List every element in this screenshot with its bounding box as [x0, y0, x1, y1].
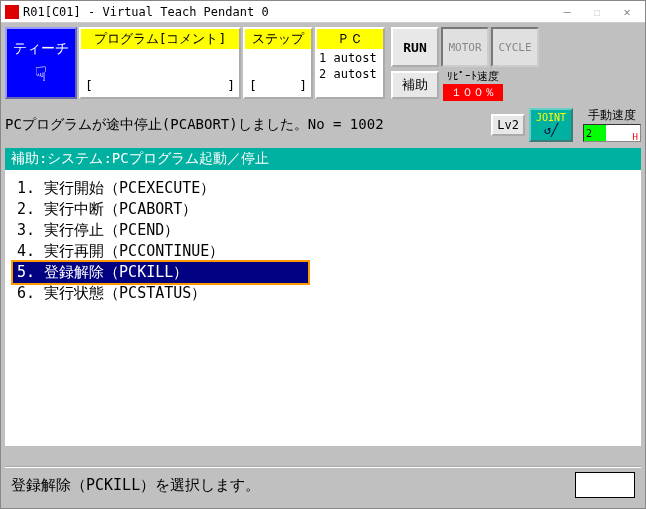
status-input[interactable] — [575, 472, 635, 498]
pc-body: 1 autost 2 autost — [317, 49, 383, 97]
repeat-value: １００％ — [443, 84, 503, 101]
manual-speed: 手動速度 2 H — [583, 107, 641, 142]
maximize-button: ☐ — [583, 3, 611, 21]
minimize-button[interactable]: — — [553, 3, 581, 21]
top-toolbar: ティーチ ☟ プログラム[コメント] [ ] ステップ [ ] — [1, 23, 645, 105]
hand-icon: ☟ — [35, 62, 47, 86]
menu-header: 補助:システム:PCプログラム起動／停止 — [5, 148, 641, 170]
pc-line-2: 2 autost — [319, 67, 381, 81]
manual-speed-bar[interactable]: 2 H — [583, 124, 641, 142]
step-body: [ ] — [245, 49, 311, 97]
app-icon — [5, 5, 19, 19]
step-panel: ステップ [ ] — [243, 27, 313, 99]
aux-button[interactable]: 補助 — [391, 71, 439, 99]
menu-item-3[interactable]: 3. 実行停止（PCEND） — [13, 220, 633, 241]
manual-label: 手動速度 — [583, 107, 641, 124]
titlebar: R01[C01] - Virtual Teach Pendant 0 — ☐ ✕ — [1, 1, 645, 23]
motor-button[interactable]: MOTOR — [441, 27, 489, 67]
status-text: 登録解除（PCKILL）を選択します。 — [11, 476, 260, 495]
menu-item-1[interactable]: 1. 実行開始（PCEXECUTE） — [13, 178, 633, 199]
teach-button[interactable]: ティーチ ☟ — [5, 27, 77, 99]
level-button[interactable]: Lv2 — [491, 114, 525, 136]
menu-item-4[interactable]: 4. 実行再開（PCCONTINUE） — [13, 241, 633, 262]
repeat-label: ﾘﾋﾟｰﾄ速度 — [443, 69, 503, 84]
pc-panel: ＰＣ 1 autost 2 autost — [315, 27, 385, 99]
joint-button[interactable]: JOINT ↺╱ — [529, 108, 573, 142]
pc-header: ＰＣ — [317, 29, 383, 49]
program-body: [ ] — [81, 49, 239, 97]
program-header: プログラム[コメント] — [81, 29, 239, 49]
menu-item-6[interactable]: 6. 実行状態（PCSTATUS） — [13, 283, 633, 304]
run-button[interactable]: RUN — [391, 27, 439, 67]
program-panel: プログラム[コメント] [ ] — [79, 27, 241, 99]
status-message: PCプログラムが途中停止(PCABORT)しました。No = 1002 — [5, 116, 487, 134]
status-bar: 登録解除（PCKILL）を選択します。 — [5, 466, 641, 502]
app-window: R01[C01] - Virtual Teach Pendant 0 — ☐ ✕… — [0, 0, 646, 509]
joint-label: JOINT — [536, 112, 566, 123]
cycle-button[interactable]: CYCLE — [491, 27, 539, 67]
message-bar: PCプログラムが途中停止(PCABORT)しました。No = 1002 Lv2 … — [1, 105, 645, 148]
repeat-speed: ﾘﾋﾟｰﾄ速度 １００％ — [443, 69, 503, 101]
menu-item-5[interactable]: 5. 登録解除（PCKILL） — [13, 262, 308, 283]
step-header: ステップ — [245, 29, 311, 49]
menu-item-2[interactable]: 2. 実行中断（PCABORT） — [13, 199, 633, 220]
menu-list: 1. 実行開始（PCEXECUTE）2. 実行中断（PCABORT）3. 実行停… — [5, 170, 641, 446]
teach-label: ティーチ — [13, 40, 69, 58]
close-button[interactable]: ✕ — [613, 3, 641, 21]
robot-arm-icon: ↺╱ — [544, 123, 558, 137]
pc-line-1: 1 autost — [319, 51, 381, 65]
window-title: R01[C01] - Virtual Teach Pendant 0 — [23, 5, 269, 19]
